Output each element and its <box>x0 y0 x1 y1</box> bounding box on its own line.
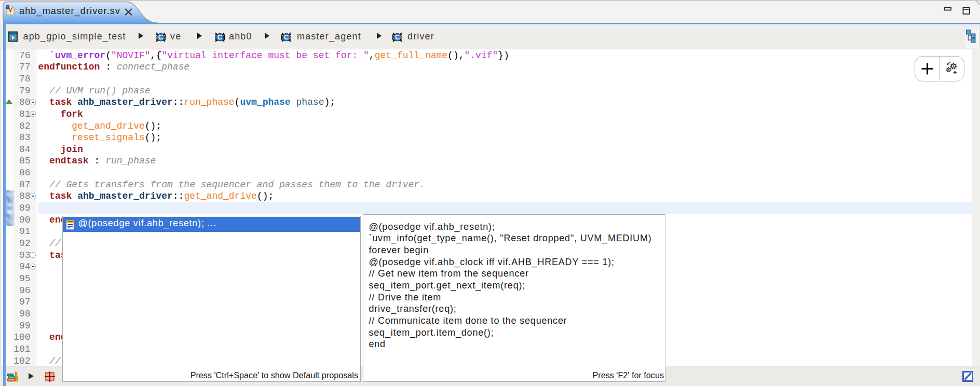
svg-text:C: C <box>284 33 289 41</box>
svg-text:C: C <box>217 33 222 41</box>
svg-text:C: C <box>394 33 400 41</box>
svg-text:C: C <box>158 33 164 41</box>
